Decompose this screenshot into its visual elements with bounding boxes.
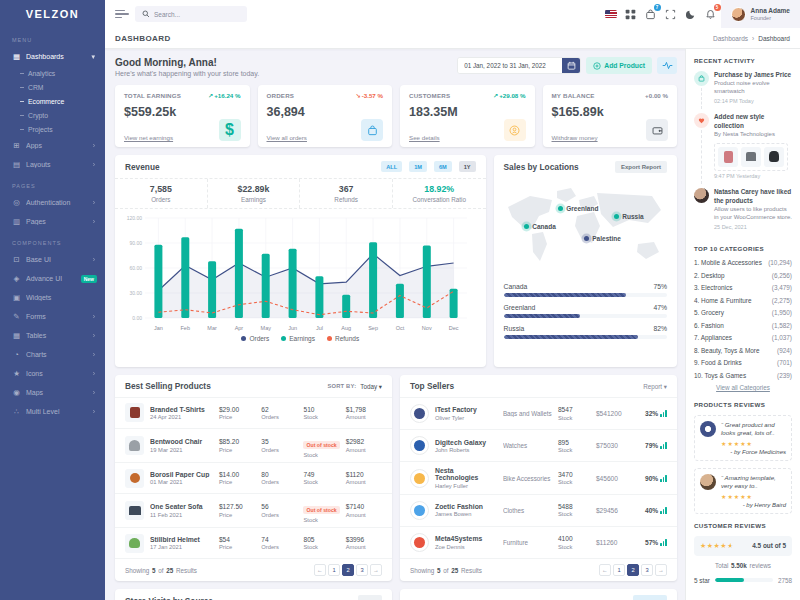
sidebar-item-analytics[interactable]: Analytics bbox=[0, 66, 105, 80]
language-flag-button[interactable] bbox=[601, 4, 621, 24]
sidebar-item-apps[interactable]: ⊞ Apps › bbox=[0, 136, 105, 155]
product-row-bentwood-chair[interactable]: Bentwood Chair19 Mar 2021 $85.20Price 35… bbox=[115, 428, 392, 463]
sidebar-item-maps[interactable]: ◉ Maps › bbox=[0, 383, 105, 402]
product-photo[interactable] bbox=[718, 147, 738, 167]
sidebar-item-base-ui[interactable]: ⊡ Base UI › bbox=[0, 250, 105, 269]
sales-by-locations-panel: Sales by Locations Export Report bbox=[494, 155, 677, 367]
filter-1y-button[interactable]: 1Y bbox=[459, 161, 476, 172]
seller-row-nesta-technologies[interactable]: Nesta TechnologiesHarley Fuller Bike Acc… bbox=[400, 461, 677, 493]
export-report-button[interactable]: Export Report bbox=[615, 161, 667, 173]
legend-earnings[interactable]: Earnings bbox=[281, 335, 315, 342]
trend-flat: +0.00 % bbox=[645, 92, 668, 99]
page-1-button[interactable]: 1 bbox=[328, 564, 340, 576]
hamburger-menu-icon[interactable] bbox=[115, 8, 129, 20]
page-1-button[interactable]: 1 bbox=[613, 564, 625, 576]
page-2-button[interactable]: 2 bbox=[342, 564, 354, 576]
user-circle-icon bbox=[504, 119, 526, 141]
sidebar-item-crypto[interactable]: Crypto bbox=[0, 108, 105, 122]
sidebar-item-authentication[interactable]: ◎ Authentication › bbox=[0, 193, 105, 212]
brand-logo[interactable]: VELZON bbox=[0, 0, 105, 28]
view-all-orders-link[interactable]: View all orders bbox=[267, 134, 307, 141]
sidebar-item-crm[interactable]: CRM bbox=[0, 80, 105, 94]
best-selling-pagination: ← 1 2 3 → bbox=[314, 564, 382, 576]
trend-up-icon: ↗ bbox=[493, 92, 498, 99]
location-row-greenland: Greenland47% bbox=[504, 304, 667, 318]
moon-icon bbox=[685, 9, 696, 20]
date-range-input[interactable] bbox=[458, 58, 562, 73]
plus-circle-icon bbox=[593, 62, 601, 70]
sidebar-item-pages[interactable]: ▥ Pages › bbox=[0, 212, 105, 231]
fullscreen-button[interactable] bbox=[661, 4, 681, 24]
add-product-button[interactable]: Add Product bbox=[586, 57, 652, 74]
sidebar-item-widgets[interactable]: ▣ Widgets bbox=[0, 288, 105, 307]
next-page-button[interactable]: → bbox=[655, 564, 667, 576]
legend-orders[interactable]: Orders bbox=[241, 335, 269, 342]
view-net-earnings-link[interactable]: View net earnings bbox=[124, 134, 173, 141]
web-apps-button[interactable] bbox=[621, 4, 641, 24]
store-visits-action[interactable] bbox=[358, 595, 382, 600]
advance-ui-icon: ◈ bbox=[12, 274, 21, 283]
activity-shortcut-button[interactable] bbox=[657, 57, 677, 74]
breadcrumb-parent[interactable]: Dashboards bbox=[713, 35, 748, 42]
seller-row-digitech-galaxy[interactable]: Digitech GalaxyJohn Roberts Watches 895S… bbox=[400, 429, 677, 461]
orders-count: 7,585 bbox=[117, 184, 205, 194]
review-card-henry-baird[interactable]: “ Amazing template, very easy to.. ★★★★★… bbox=[694, 468, 792, 514]
product-row-borosil-paper-cup[interactable]: Borosil Paper Cup01 Mar 2021 $14.00Price… bbox=[115, 462, 392, 493]
bottom-right-action-button[interactable] bbox=[633, 595, 667, 600]
view-all-categories-link[interactable]: View all Categories bbox=[694, 384, 792, 391]
filter-6m-button[interactable]: 6M bbox=[434, 161, 452, 172]
page-2-button[interactable]: 2 bbox=[627, 564, 639, 576]
svg-text:120.00: 120.00 bbox=[127, 215, 143, 221]
see-details-link[interactable]: See details bbox=[409, 134, 440, 141]
sidebar-item-multi-level[interactable]: ∴ Multi Level › bbox=[0, 402, 105, 421]
svg-text:Jan: Jan bbox=[154, 325, 163, 331]
shopping-bag-icon bbox=[361, 119, 383, 141]
sort-by-dropdown[interactable]: Today ▾ bbox=[360, 383, 382, 390]
progress-bar bbox=[504, 293, 627, 297]
trend-up: ↗+16.24 % bbox=[208, 92, 241, 99]
page-3-button[interactable]: 3 bbox=[641, 564, 653, 576]
product-photo[interactable] bbox=[764, 147, 784, 167]
sidebar-item-advance-ui[interactable]: ◈ Advance UI New bbox=[0, 269, 105, 288]
report-dropdown[interactable]: Report ▾ bbox=[643, 383, 667, 390]
sidebar-item-forms[interactable]: ✎ Forms › bbox=[0, 307, 105, 326]
seller-row-zoetic-fashion[interactable]: Zoetic FashionJames Bowen Clothes 5488St… bbox=[400, 494, 677, 526]
product-row-stillbird-helmet[interactable]: Stillbird Helmet17 Jan 2021 $54Price 74O… bbox=[115, 527, 392, 558]
legend-refunds[interactable]: Refunds bbox=[327, 335, 359, 342]
sidebar-item-charts[interactable]: ◔ Charts › bbox=[0, 345, 105, 364]
dark-mode-button[interactable] bbox=[681, 4, 701, 24]
next-page-button[interactable]: → bbox=[370, 564, 382, 576]
topbar: 7 5 Anna Adame Founder bbox=[105, 0, 800, 28]
user-menu[interactable]: Anna Adame Founder bbox=[721, 0, 800, 28]
cart-button[interactable]: 7 bbox=[641, 4, 661, 24]
sidebar-item-icons[interactable]: ★ Icons › bbox=[0, 364, 105, 383]
product-row-branded-t-shirts[interactable]: Branded T-Shirts24 Apr 2021 $29.00Price … bbox=[115, 397, 392, 428]
prev-page-button[interactable]: ← bbox=[599, 564, 611, 576]
filter-1m-button[interactable]: 1M bbox=[409, 161, 427, 172]
location-row-canada: Canada75% bbox=[504, 283, 667, 297]
product-photo[interactable] bbox=[741, 147, 761, 167]
withdraw-money-link[interactable]: Withdraw money bbox=[552, 134, 598, 141]
seller-row-itest-factory[interactable]: iTest FactoryOliver Tyler Bags and Walle… bbox=[400, 397, 677, 429]
sidebar-item-tables[interactable]: ▦ Tables › bbox=[0, 326, 105, 345]
bar-chart-icon bbox=[660, 475, 667, 482]
sidebar-item-projects[interactable]: Projects bbox=[0, 122, 105, 136]
page-3-button[interactable]: 3 bbox=[356, 564, 368, 576]
breadcrumb: Dashboards › Dashboard bbox=[713, 35, 790, 42]
product-row-one-seater-sofa[interactable]: One Seater Sofa11 Feb 2021 $127.50Price … bbox=[115, 493, 392, 528]
bottom-right-panel bbox=[400, 589, 677, 600]
sidebar-item-layouts[interactable]: ▤ Layouts › bbox=[0, 155, 105, 174]
review-card-force-medicines[interactable]: “ Great product and looks great, lots of… bbox=[694, 415, 792, 461]
filter-all-button[interactable]: ALL bbox=[381, 161, 402, 172]
prev-page-button[interactable]: ← bbox=[314, 564, 326, 576]
chevron-right-icon: › bbox=[93, 142, 97, 149]
world-map: Canada Greenland Russia Palestine bbox=[502, 183, 668, 277]
search-input[interactable] bbox=[154, 11, 239, 18]
calendar-button[interactable] bbox=[562, 58, 580, 73]
chevron-right-icon: › bbox=[93, 218, 97, 225]
sidebar-section-components: COMPONENTS bbox=[12, 240, 105, 246]
sidebar-item-dashboards[interactable]: ▦ Dashboards ▾ bbox=[0, 47, 105, 66]
notifications-button[interactable]: 5 bbox=[701, 4, 721, 24]
seller-row-meta4systems[interactable]: Meta4SystemsZoe Dennis Furniture 4100Sto… bbox=[400, 526, 677, 558]
sidebar-item-ecommerce[interactable]: Ecommerce bbox=[0, 94, 105, 108]
